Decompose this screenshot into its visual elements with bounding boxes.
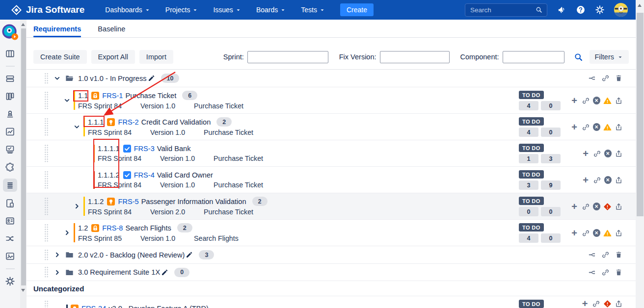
contacts-icon[interactable] — [3, 215, 17, 227]
reports-chart-icon[interactable] — [3, 126, 17, 138]
move-branch-icon[interactable] — [588, 251, 596, 259]
suite-title[interactable]: 2.0 v2.0 - Backlog (Need Review) — [78, 251, 185, 259]
issue-key-link[interactable]: FRS-3 — [134, 145, 155, 153]
sidebar-scrollbar[interactable] — [20, 20, 27, 308]
trash-icon[interactable] — [615, 74, 623, 82]
export-icon[interactable] — [615, 300, 623, 308]
addons-puzzle-icon[interactable] — [3, 161, 17, 173]
link-icon[interactable] — [582, 229, 590, 237]
edit-pencil-icon[interactable] — [186, 251, 193, 258]
link-icon[interactable] — [601, 74, 610, 82]
menu-boards[interactable]: Boards — [256, 6, 286, 14]
menu-tests[interactable]: Tests — [301, 6, 325, 14]
edit-pencil-icon[interactable] — [161, 269, 168, 276]
suite-title[interactable]: 1.0 v1.0 - In Progress — [78, 75, 147, 82]
drag-handle[interactable] — [44, 224, 49, 242]
chevron-right-icon[interactable] — [54, 251, 61, 258]
chevron-right-icon[interactable] — [63, 229, 71, 236]
suite-row-2-0[interactable]: 2.0 v2.0 - Backlog (Need Review) 3 — [27, 246, 636, 264]
scroll-up-arrow[interactable] — [638, 4, 642, 7]
requirement-title[interactable]: v3.0 - Develop Feature A (TBD) — [108, 305, 209, 308]
fix-version-input[interactable] — [380, 51, 450, 63]
megaphone-icon[interactable] — [557, 5, 566, 15]
chevron-right-icon[interactable] — [73, 203, 80, 210]
requirement-title[interactable]: Purchase Ticket — [125, 92, 176, 100]
chevron-down-icon[interactable] — [54, 75, 61, 82]
gear-icon[interactable] — [595, 5, 605, 15]
notes-icon[interactable] — [3, 197, 17, 209]
export-icon[interactable] — [615, 97, 623, 105]
add-icon[interactable] — [570, 123, 579, 131]
link-icon[interactable] — [582, 123, 590, 131]
drag-handle[interactable] — [44, 249, 49, 261]
requirement-row-frs-2[interactable]: 1.1.1 FRS-2 Credit Card Validation 2 FRS… — [27, 114, 636, 140]
requirement-title[interactable]: Valid Card Owner — [157, 171, 213, 179]
add-icon[interactable] — [582, 176, 590, 184]
issue-key-link[interactable]: FRS-2 — [118, 118, 138, 126]
chevron-down-icon[interactable] — [63, 97, 71, 104]
drag-handle[interactable] — [44, 118, 49, 136]
export-icon[interactable] — [615, 123, 623, 131]
suite-title[interactable]: 3.0 Requirement Suite 1X — [78, 268, 160, 276]
requirement-row-frs-1[interactable]: 1.1 FRS-1 Purchase Ticket 6 FRS Sprint 8… — [27, 87, 636, 114]
drag-handle[interactable] — [44, 197, 49, 216]
export-icon[interactable] — [615, 176, 623, 184]
create-suite-button[interactable]: Create Suite — [33, 50, 87, 64]
tab-baseline[interactable]: Baseline — [98, 25, 125, 37]
remove-icon[interactable] — [593, 123, 601, 131]
link-icon[interactable] — [582, 203, 590, 211]
scrollbar-thumb[interactable] — [21, 28, 26, 285]
chevron-down-icon[interactable] — [73, 123, 80, 130]
add-icon[interactable] — [581, 300, 589, 308]
requirement-row-frs-34[interactable]: FRS-34 v3.0 - Develop Feature A (TBD) TO… — [27, 296, 636, 308]
requirement-row-frs-8[interactable]: 1.2 FRS-8 Search Flights 2 FRS Sprint 85… — [27, 220, 636, 246]
remove-icon[interactable] — [604, 176, 612, 184]
edit-pencil-icon[interactable] — [148, 75, 155, 82]
requirement-row-frs-4[interactable]: 1.1.1.2 FRS-4 Valid Card Owner FRS Sprin… — [27, 167, 636, 193]
add-icon[interactable] — [570, 229, 579, 237]
drag-handle[interactable] — [44, 171, 49, 189]
boards-icon[interactable] — [3, 48, 17, 60]
add-icon[interactable] — [582, 150, 590, 158]
help-icon[interactable] — [576, 5, 586, 15]
global-search-box[interactable] — [465, 3, 547, 17]
trash-icon[interactable] — [615, 251, 623, 259]
issue-key-link[interactable]: FRS-1 — [102, 92, 123, 100]
window-scrollbar[interactable] — [636, 0, 644, 308]
settings-gear-icon[interactable] — [3, 275, 17, 287]
move-branch-icon[interactable] — [588, 268, 596, 277]
link-icon[interactable] — [582, 97, 590, 105]
trash-icon[interactable] — [615, 268, 623, 277]
scroll-down-arrow[interactable] — [21, 289, 25, 292]
tab-requirements[interactable]: Requirements — [33, 25, 81, 37]
requirement-title[interactable]: Passenger Information Validation — [141, 198, 246, 205]
sprint-input[interactable] — [247, 51, 328, 63]
move-branch-icon[interactable] — [588, 74, 596, 82]
project-avatar[interactable] — [1, 24, 19, 41]
add-icon[interactable] — [570, 97, 579, 105]
requirement-title[interactable]: Valid Bank — [157, 145, 191, 153]
drag-handle[interactable] — [44, 266, 49, 278]
backlog-icon[interactable] — [3, 73, 17, 85]
link-icon[interactable] — [601, 268, 610, 277]
export-icon[interactable] — [615, 229, 623, 237]
suite-row-3-0[interactable]: 3.0 Requirement Suite 1X 0 — [27, 264, 636, 281]
shuffle-icon[interactable] — [3, 232, 17, 245]
app-logo[interactable]: Jira Software — [11, 4, 84, 16]
import-button[interactable]: Import — [139, 50, 173, 64]
drag-handle[interactable] — [44, 73, 49, 84]
requirement-title[interactable]: Search Flights — [125, 224, 171, 232]
menu-dashboards[interactable]: Dashboards — [105, 6, 151, 14]
issue-key-link[interactable]: FRS-4 — [134, 171, 155, 179]
requirement-row-frs-5[interactable]: 1.1.2 FRS-5 Passenger Information Valida… — [27, 193, 636, 220]
export-all-button[interactable]: Export All — [91, 50, 135, 64]
filter-search-icon[interactable] — [573, 52, 584, 62]
requirement-row-frs-3[interactable]: 1.1.1.1 FRS-3 Valid Bank FRS Sprint 84 V… — [27, 140, 636, 167]
issue-key-link[interactable]: FRS-8 — [102, 224, 123, 232]
scrollbar-thumb[interactable] — [637, 13, 644, 216]
remove-icon[interactable] — [593, 97, 601, 104]
link-icon[interactable] — [592, 300, 600, 308]
drag-handle[interactable] — [44, 91, 49, 110]
scroll-up-arrow[interactable] — [21, 23, 25, 26]
create-button[interactable]: Create — [340, 3, 374, 16]
